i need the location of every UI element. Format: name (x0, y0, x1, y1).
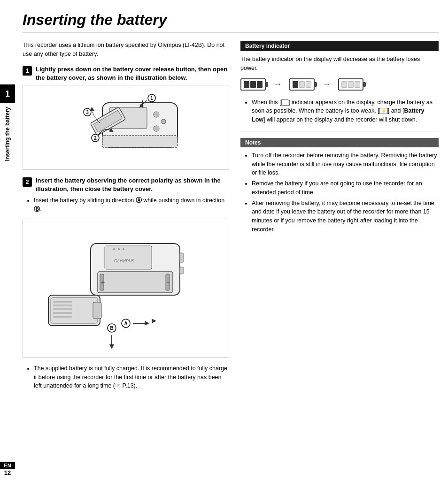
chapter-number: 1 (0, 84, 15, 103)
svg-text:OLYMPUS: OLYMPUS (114, 259, 134, 263)
chapter-title: Inserting the battery (4, 107, 11, 161)
battery-mid-icon (289, 78, 315, 91)
svg-marker-43 (152, 319, 156, 323)
step-2-bullet-1: Insert the battery by sliding in directi… (34, 196, 229, 214)
svg-text:A: A (124, 321, 127, 326)
step-2-text: Insert the battery observing the correct… (36, 176, 229, 193)
svg-rect-25 (180, 253, 184, 262)
step-1-header: 1 Lightly press down on the battery cove… (23, 65, 229, 82)
bottom-bar: EN 12 (0, 462, 15, 480)
svg-rect-5 (102, 136, 178, 147)
battery-terminal-1 (266, 82, 268, 87)
battery-bar-4 (293, 81, 298, 88)
bottom-note-item: The supplied battery is not fully charge… (34, 364, 229, 390)
svg-text:2: 2 (94, 136, 97, 141)
page-title: Inserting the battery (23, 11, 439, 33)
svg-rect-32 (53, 312, 72, 314)
battery-low-icon (338, 78, 363, 91)
svg-rect-29 (53, 301, 72, 303)
arrow-icon-2: → (322, 79, 331, 89)
battery-full-icon (240, 78, 266, 91)
page-number: 12 (4, 469, 11, 476)
svg-point-3 (161, 119, 166, 124)
step-1-number: 1 (23, 66, 32, 76)
left-column: This recorder uses a lithium ion battery… (23, 41, 229, 395)
illustration-1-box: 1 2 3 (23, 85, 229, 170)
step-2-block: 2 Insert the battery observing the corre… (23, 176, 229, 358)
battery-inline-icon (281, 99, 289, 106)
note-item-3: After removing the battery, it may becom… (252, 199, 439, 234)
battery-bar-9 (355, 81, 360, 88)
svg-marker-38 (145, 321, 149, 326)
svg-rect-26 (180, 267, 184, 274)
svg-text:3: 3 (86, 110, 89, 115)
battery-indicators-row: → → (240, 78, 439, 91)
battery-weak-icon: ⚡ (379, 108, 388, 114)
svg-rect-34 (93, 302, 101, 319)
bottom-note-list: The supplied battery is not fully charge… (28, 364, 229, 390)
battery-terminal-3 (363, 82, 366, 87)
battery-indicator-header: Battery indicator (240, 41, 439, 51)
step-1-text: Lightly press down on the battery cover … (36, 65, 229, 82)
svg-point-21 (113, 248, 115, 250)
step-2-header: 2 Insert the battery observing the corre… (23, 176, 229, 193)
battery-bar-2 (250, 81, 256, 88)
svg-text:1: 1 (150, 96, 153, 101)
main-content: Inserting the battery This recorder uses… (15, 0, 448, 480)
notes-list: Turn off the recorder before removing th… (246, 151, 439, 234)
svg-point-23 (123, 248, 124, 250)
step-2-number: 2 (23, 177, 32, 187)
right-column: Battery indicator The battery indicator … (240, 41, 439, 395)
arrow-icon-1: → (273, 79, 282, 89)
svg-rect-20 (105, 246, 152, 269)
illustration-2-box: + − OLYMPUS (23, 219, 229, 358)
battery-bullet-1: When this [ ] indicator appears on the d… (252, 98, 439, 124)
svg-rect-30 (53, 305, 72, 306)
two-column-layout: This recorder uses a lithium ion battery… (23, 41, 439, 395)
note-item-1: Turn off the recorder before removing th… (252, 151, 439, 177)
divider (240, 131, 439, 131)
svg-point-4 (154, 126, 159, 131)
battery-bar-1 (244, 81, 249, 88)
battery-bar-3 (257, 81, 263, 88)
battery-indicator-section: Battery indicator The battery indicator … (240, 41, 439, 124)
step-1-block: 1 Lightly press down on the battery cove… (23, 65, 229, 170)
illustration-1-svg: 1 2 3 (60, 91, 192, 164)
battery-indicator-description: The battery indicator on the display wil… (240, 55, 439, 73)
battery-bullet-list: When this [ ] indicator appears on the d… (246, 98, 439, 124)
svg-text:+: + (101, 279, 105, 286)
svg-rect-33 (53, 316, 72, 318)
svg-rect-15 (98, 272, 173, 293)
step-2-bullets: Insert the battery by sliding in directi… (28, 196, 229, 214)
sidebar: 1 Inserting the battery EN 12 (0, 0, 15, 480)
svg-text:B: B (110, 326, 113, 331)
illustration-2-svg: + − OLYMPUS (39, 225, 213, 351)
battery-bar-8 (348, 81, 354, 88)
notes-section: Notes Turn off the recorder before remov… (240, 138, 439, 234)
page-wrapper: 1 Inserting the battery EN 12 Inserting … (0, 0, 448, 480)
svg-point-2 (154, 112, 159, 117)
battery-terminal-2 (315, 82, 317, 87)
note-item-2: Remove the battery if you are not going … (252, 179, 439, 197)
intro-text: This recorder uses a lithium ion battery… (23, 41, 229, 59)
notes-header: Notes (240, 138, 439, 147)
svg-marker-42 (109, 344, 114, 349)
svg-text:−: − (166, 279, 170, 286)
svg-point-22 (118, 248, 120, 250)
svg-rect-31 (53, 308, 72, 310)
lang-label: EN (0, 462, 15, 469)
battery-bar-6 (306, 81, 311, 88)
battery-bar-7 (341, 81, 347, 88)
battery-bar-5 (299, 81, 305, 88)
